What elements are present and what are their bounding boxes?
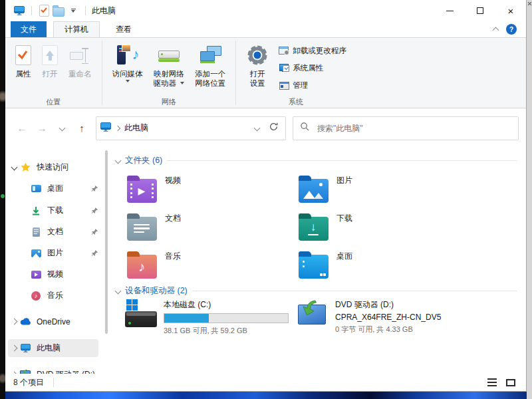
back-button[interactable]: ← <box>13 120 31 137</box>
desktop-icon-fragment <box>1 194 5 198</box>
folder-tile-desktop[interactable]: 桌面 <box>297 247 463 281</box>
pin-icon <box>91 228 98 235</box>
chevron-right-icon[interactable] <box>8 346 20 350</box>
volume-label: CPRA_X64FRE_ZH-CN_DV5 <box>335 313 441 322</box>
sidebar-scrollbar[interactable] <box>105 150 108 334</box>
maximize-button[interactable] <box>465 0 495 21</box>
local-disk-icon <box>125 299 160 336</box>
tab-view[interactable]: 查看 <box>105 21 142 37</box>
pin-icon <box>91 207 98 214</box>
access-media-icon: ♪ <box>116 44 140 66</box>
desktop-wallpaper-strip <box>5 392 527 399</box>
documents-folder-icon <box>125 209 158 243</box>
star-icon <box>20 162 31 173</box>
recent-locations-button[interactable] <box>53 120 70 137</box>
window-title: 此电脑 <box>92 5 116 17</box>
window-controls: × <box>434 0 526 21</box>
open-icon <box>42 44 58 66</box>
folders-section-header[interactable]: 文件夹 (6) <box>116 154 517 166</box>
access-media-button[interactable]: ♪ 访问媒体 <box>108 41 148 84</box>
system-properties-button[interactable]: 系统属性 <box>275 61 350 75</box>
folder-tile-videos[interactable]: ▶ 视频 <box>125 172 291 205</box>
sidebar-item-this-pc[interactable]: 此电脑 <box>8 339 98 357</box>
map-network-drive-button[interactable]: 映射网络 驱动器 <box>149 41 190 90</box>
document-icon <box>31 227 41 237</box>
pin-icon <box>91 249 98 257</box>
sidebar-item-quick-access[interactable]: 快速访问 <box>8 158 98 176</box>
drive-name: 本地磁盘 (C:) <box>164 299 289 311</box>
ribbon-group-network: ♪ 访问媒体 映射网络 驱动器 <box>102 38 236 108</box>
window-body: 快速访问 桌面 下载 <box>5 148 526 374</box>
address-dropdown-icon[interactable] <box>254 125 261 132</box>
folder-tile-downloads[interactable]: ↓ 下载 <box>297 209 463 243</box>
folder-tile-pictures[interactable]: 图片 <box>297 172 463 205</box>
ribbon-group-system: 打开 设置 卸载或更改程序 系统属性 <box>236 38 356 108</box>
rename-button[interactable]: 重命名 <box>64 41 96 80</box>
details-view-button[interactable] <box>485 376 499 389</box>
title-bar: 此电脑 × <box>5 0 526 21</box>
sidebar-item-dvd-drive[interactable]: DVD 驱动器 (D:) <box>8 366 98 374</box>
divider <box>53 378 54 387</box>
search-icon <box>300 122 310 134</box>
dropdown-arrow-icon <box>126 80 130 82</box>
add-network-location-icon <box>198 44 222 66</box>
minimize-button[interactable] <box>434 0 465 21</box>
close-button[interactable]: × <box>495 0 526 21</box>
videos-folder-icon: ▶ <box>125 172 158 205</box>
chevron-down-icon[interactable] <box>8 165 20 170</box>
help-button[interactable]: ? <box>506 24 517 35</box>
quick-access-properties-button[interactable] <box>37 4 51 17</box>
tab-file[interactable]: 文件 <box>11 21 47 37</box>
onedrive-cloud-icon <box>20 317 31 327</box>
background-window-strip <box>527 0 532 399</box>
refresh-button[interactable] <box>269 122 279 134</box>
search-input[interactable] <box>316 123 511 134</box>
divider <box>31 6 32 15</box>
sidebar-item-downloads[interactable]: 下载 <box>8 201 98 219</box>
customize-quick-access-toolbar-button[interactable] <box>66 4 80 17</box>
properties-icon <box>15 44 31 66</box>
ribbon-group-location: 属性 打开 重命名 位置 <box>5 38 102 108</box>
add-network-location-button[interactable]: 添加一个 网络位置 <box>190 41 230 90</box>
drive-tile-local-disk-c[interactable]: 本地磁盘 (C:) 38.1 GB 可用, 共 59.2 GB <box>125 299 289 336</box>
system-properties-icon <box>279 63 289 73</box>
file-explorer-window: 此电脑 × 文件 计算机 查看 ? <box>5 0 527 392</box>
uninstall-program-button[interactable]: 卸载或更改程序 <box>275 43 350 58</box>
quick-access-new-folder-button[interactable] <box>52 4 65 17</box>
collapse-ribbon-icon[interactable] <box>493 27 499 34</box>
divider <box>167 160 517 161</box>
folder-tile-documents[interactable]: 文档 <box>125 209 291 243</box>
desktop-icon-fragment <box>0 370 5 387</box>
this-pc-icon <box>20 343 31 354</box>
properties-button[interactable]: 属性 <box>11 41 36 80</box>
video-icon <box>31 269 41 280</box>
folder-tile-music[interactable]: ♪ 音乐 <box>125 247 291 281</box>
desktop-icon <box>31 184 41 194</box>
sidebar-item-music[interactable]: ♪ 音乐 <box>8 287 98 305</box>
sidebar-item-onedrive[interactable]: OneDrive <box>8 313 98 331</box>
breadcrumb-location[interactable]: 此电脑 <box>124 122 148 134</box>
sidebar-item-videos[interactable]: 视频 <box>8 265 98 283</box>
up-button[interactable]: ↑ <box>73 120 90 137</box>
disk-usage-fill <box>164 314 209 323</box>
search-box[interactable] <box>293 116 519 140</box>
collapse-section-icon[interactable] <box>115 287 122 294</box>
pictures-icon <box>31 248 41 259</box>
chevron-right-icon[interactable] <box>8 319 20 324</box>
manage-button[interactable]: 管理 <box>275 78 350 92</box>
sidebar-item-desktop[interactable]: 桌面 <box>8 180 98 198</box>
desktop-left-strip <box>0 0 5 399</box>
collapse-section-icon[interactable] <box>115 157 122 164</box>
open-settings-button[interactable]: 打开 设置 <box>241 41 273 90</box>
content-pane: 文件夹 (6) ▶ 视频 图片 <box>110 148 526 374</box>
sidebar-item-pictures[interactable]: 图片 <box>8 244 98 262</box>
address-bar[interactable]: 此电脑 <box>96 116 286 140</box>
tab-computer[interactable]: 计算机 <box>53 21 100 37</box>
open-button[interactable]: 打开 <box>37 41 63 80</box>
drive-tile-dvd-d[interactable]: DVD 驱动器 (D:) CPRA_X64FRE_ZH-CN_DV5 0 字节 … <box>297 299 441 334</box>
group-label-system: 系统 <box>289 96 303 108</box>
forward-button[interactable]: → <box>33 120 51 137</box>
devices-section-header[interactable]: 设备和驱动器 (2) <box>116 285 517 297</box>
large-icons-view-button[interactable] <box>503 376 518 389</box>
sidebar-item-documents[interactable]: 文档 <box>8 223 98 241</box>
